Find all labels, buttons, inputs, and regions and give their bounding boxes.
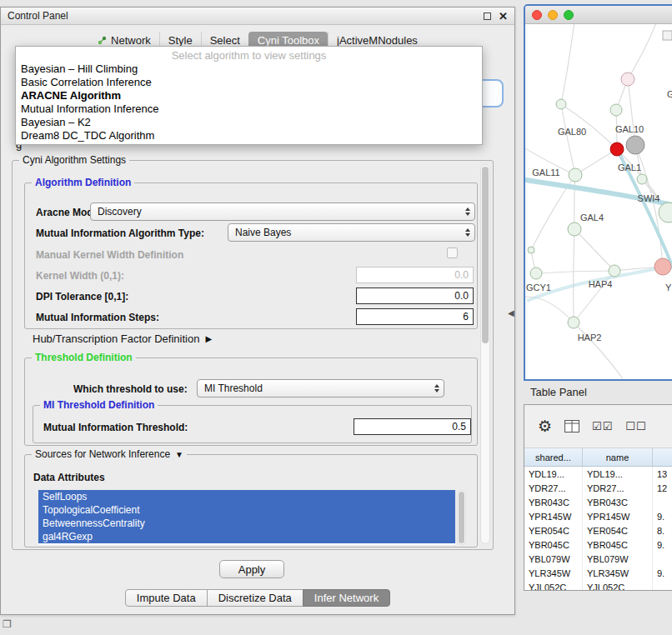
menu-item-basic-correlation[interactable]: Basic Correlation Inference [16,76,482,89]
restore-window-icon[interactable]: ❐ [3,618,12,630]
network-node[interactable] [568,222,581,236]
network-node[interactable] [569,168,582,182]
close-traffic-light-icon[interactable] [532,10,542,20]
column-header-name[interactable]: name [583,448,653,466]
hub-section-toggle[interactable]: Hub/Transcription Factor Definition ▶ [33,332,212,345]
table-row[interactable]: YPR145W YPR145W 9. [524,509,672,523]
cell: YBR043C [583,495,653,509]
zoom-traffic-light-icon[interactable] [564,10,574,20]
network-node[interactable] [530,268,542,279]
window-title: Control Panel [8,10,68,22]
aracne-mode-select[interactable]: Discovery [90,202,475,221]
kernel-width-field[interactable]: 0.0 [356,267,474,283]
table-row[interactable]: YER054C YER054C 8. [524,523,672,538]
control-panel-titlebar[interactable]: Control Panel ✕ [1,8,514,25]
tab-infer-network[interactable]: Infer Network [303,589,390,607]
mi-steps-field[interactable]: 6 [356,308,474,325]
table-row[interactable]: YBR045C YBR045C 9. [524,538,672,552]
node-label[interactable]: GAL8 [667,89,672,99]
mi-type-select[interactable]: Naive Bayes [228,223,475,242]
table-row[interactable]: YDL19... YDL19... 13 [524,467,672,481]
deselect-all-icon[interactable]: ☐☐ [625,420,646,432]
menu-item-bayesian-hill-climbing[interactable]: Bayesian – Hill Climbing [16,62,482,76]
node-label[interactable]: GCY1 [526,282,551,292]
network-node[interactable] [556,99,566,109]
attribute-list-scrollbar[interactable] [457,490,466,545]
tab-discretize-data[interactable]: Discretize Data [207,589,303,607]
node-label[interactable]: GAL1 [618,162,641,172]
list-item[interactable]: BetweennessCentrality [38,517,455,530]
spinner-arrows-icon [465,228,470,237]
list-item[interactable]: TopologicalCoefficient [38,503,455,517]
table-row[interactable]: YBR043C YBR043C [524,495,672,509]
cell: YLR345W [583,566,653,580]
node-label[interactable]: HAP4 [589,279,613,289]
node-label[interactable]: GAL11 [532,168,559,178]
cell [653,580,672,591]
network-node[interactable] [528,247,534,253]
network-node[interactable] [609,265,620,277]
network-node[interactable] [610,104,622,116]
cell: YBL079W [524,552,583,566]
node-label[interactable]: GAL80 [558,127,586,137]
cell: YER054C [524,523,583,538]
menu-item-bayesian-k2[interactable]: Bayesian – K2 [16,116,482,129]
network-node[interactable] [637,174,647,184]
table-panel-title: Table Panel [530,386,587,398]
select-all-icon[interactable]: ☑☑ [592,420,613,432]
menu-item-aracne[interactable]: ARACNE Algorithm [16,89,482,102]
cell: YBR045C [524,538,583,552]
menu-item-dream8[interactable]: Dream8 DC_TDC Algorithm [16,129,482,142]
table-body: YDL19... YDL19... 13 YDR27... YDR27... 1… [524,467,672,591]
splitter-collapse-icon[interactable]: ◀ [508,308,514,318]
cell: 13 [653,467,672,481]
column-header-extra[interactable] [653,448,672,466]
node-label[interactable]: GAL4 [580,212,604,222]
list-item[interactable]: SelfLoops [38,490,455,503]
table-row[interactable]: YDR27... YDR27... 12 [524,481,672,495]
tab-label: Select [210,34,240,47]
settings-scrollbar[interactable] [480,164,490,544]
which-threshold-select[interactable]: MI Threshold [197,379,444,398]
apply-button[interactable]: Apply [219,560,284,578]
network-node-selected-red[interactable] [610,142,624,156]
cell: 9. [653,509,672,523]
chevron-down-icon: ▼ [175,450,183,459]
node-label[interactable]: SWI4 [638,193,660,203]
dpi-tolerance-field[interactable]: 0.0 [356,288,474,304]
network-node[interactable] [568,317,579,328]
table-row[interactable]: YJL052C YJL052C [524,580,672,591]
scrollbar-thumb[interactable] [459,492,464,543]
tab-impute-data[interactable]: Impute Data [125,589,208,607]
node-label[interactable]: HAP2 [578,332,602,342]
menu-item-mutual-information[interactable]: Mutual Information Inference [16,102,482,116]
node-label[interactable]: Y [665,282,672,292]
manual-kernel-checkbox[interactable] [447,248,458,258]
network-node-pink[interactable] [654,258,671,275]
list-item[interactable]: gal4RGexp [38,530,455,543]
minimize-traffic-light-icon[interactable] [548,10,558,20]
network-window-titlebar[interactable] [525,6,672,24]
birdseye-toggle-icon[interactable] [663,31,672,40]
mi-threshold-field[interactable]: 0.5 [354,418,471,435]
table-row[interactable]: YLR345W YLR345W 9. [524,566,672,580]
sources-group: Sources for Network Inference ▼ Data Att… [24,454,478,548]
network-node[interactable] [659,202,672,222]
sources-section-toggle[interactable]: Sources for Network Inference ▼ [32,448,187,460]
network-node[interactable] [621,72,634,86]
bottom-tabs: Impute Data Discretize Data Infer Networ… [1,589,514,607]
cell: YJL052C [583,580,653,591]
column-header-shared-name[interactable]: shared... [524,448,583,466]
aracne-mode-value: Discovery [98,206,142,218]
network-canvas[interactable]: GAL80 GAL10 GAL11 GAL1 SWI4 GAL4 GCY1 HA… [525,24,672,378]
table-row[interactable]: YBL079W YBL079W [524,552,672,566]
gear-icon[interactable]: ⚙ [538,417,552,436]
cell: YLR345W [524,566,583,580]
maximize-icon[interactable] [484,12,491,20]
columns-icon[interactable] [564,420,579,432]
network-node-gray[interactable] [626,136,644,154]
scrollbar-thumb[interactable] [482,167,489,343]
node-label[interactable]: GAL10 [615,124,644,134]
spinner-arrows-icon [465,208,470,216]
close-icon[interactable]: ✕ [499,11,508,22]
